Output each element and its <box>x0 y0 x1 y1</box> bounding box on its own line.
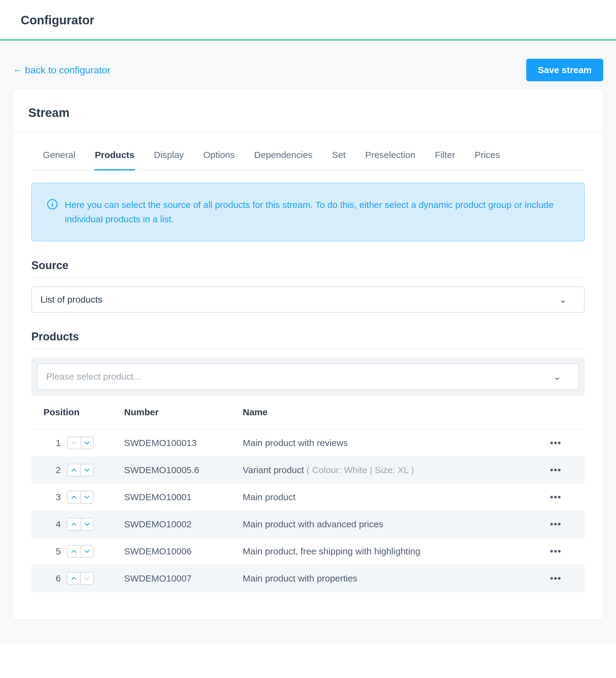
tab-products[interactable]: Products <box>94 150 135 171</box>
chevron-down-icon <box>554 374 560 380</box>
spacer-cell <box>502 565 533 592</box>
stream-card: Stream GeneralProductsDisplayOptionsDepe… <box>13 88 603 620</box>
tab-set[interactable]: Set <box>331 150 346 171</box>
move-up-button[interactable] <box>68 573 80 584</box>
move-down-button <box>80 573 93 584</box>
row-menu-button[interactable]: ••• <box>549 518 563 531</box>
table-row: 1SWDEMO100013Main product with reviews••… <box>31 429 585 457</box>
product-picker-placeholder: Please select product... <box>46 371 141 382</box>
move-down-button[interactable] <box>80 437 93 449</box>
number-cell: SWDEMO10005.6 <box>118 457 237 484</box>
sort-buttons <box>67 518 94 531</box>
row-menu-button[interactable]: ••• <box>549 490 563 504</box>
move-down-button[interactable] <box>80 464 93 476</box>
source-heading: Source <box>31 259 585 278</box>
page-title: Configurator <box>21 13 595 27</box>
spacer-cell <box>502 511 533 538</box>
row-menu-button[interactable]: ••• <box>549 572 563 585</box>
info-text: Here you can select the source of all pr… <box>65 198 569 226</box>
table-row: 5SWDEMO10006Main product, free shipping … <box>31 538 585 565</box>
table-row: 4SWDEMO10002Main product with advanced p… <box>31 511 585 538</box>
col-header-spacer <box>502 396 533 429</box>
move-up-button[interactable] <box>68 464 80 476</box>
name-cell: Main product with reviews <box>237 429 502 457</box>
col-header-name: Name <box>237 396 502 429</box>
number-cell: SWDEMO10001 <box>118 484 237 511</box>
back-to-configurator-link[interactable]: ← back to configurator <box>13 65 111 76</box>
number-cell: SWDEMO10006 <box>118 538 237 565</box>
info-icon: i <box>47 199 57 210</box>
tabs: GeneralProductsDisplayOptionsDependencie… <box>31 132 585 171</box>
position-value: 3 <box>54 492 61 502</box>
name-cell: Main product, free shipping with highlig… <box>237 538 502 565</box>
spacer-cell <box>502 484 533 511</box>
number-cell: SWDEMO10007 <box>118 565 237 592</box>
number-cell: SWDEMO10002 <box>118 511 237 538</box>
col-header-number: Number <box>118 396 237 429</box>
position-value: 4 <box>54 519 61 529</box>
chevron-down-icon <box>560 297 566 303</box>
spacer-cell <box>502 538 533 565</box>
tab-preselection[interactable]: Preselection <box>364 150 416 171</box>
row-menu-button[interactable]: ••• <box>549 436 563 450</box>
position-value: 2 <box>54 465 61 475</box>
sort-buttons <box>67 572 94 585</box>
spacer-cell <box>502 457 533 484</box>
tab-prices[interactable]: Prices <box>474 150 500 171</box>
move-up-button <box>68 437 80 449</box>
card-title: Stream <box>28 106 588 120</box>
position-value: 1 <box>54 438 61 448</box>
number-cell: SWDEMO100013 <box>118 429 237 457</box>
name-cell: Main product <box>237 484 502 511</box>
move-down-button[interactable] <box>80 519 93 530</box>
save-stream-button[interactable]: Save stream <box>526 59 603 81</box>
position-value: 6 <box>54 573 61 583</box>
move-down-button[interactable] <box>80 545 93 557</box>
name-cell: Main product with properties <box>237 565 502 592</box>
source-select-value: List of products <box>40 294 102 305</box>
spacer-cell <box>502 429 533 457</box>
sort-buttons <box>67 491 94 503</box>
back-link-label: back to configurator <box>25 65 111 76</box>
tab-options[interactable]: Options <box>203 150 235 171</box>
move-down-button[interactable] <box>80 491 93 503</box>
sort-buttons <box>67 464 94 477</box>
name-cell: Variant product ( Colour: White | Size: … <box>237 457 502 484</box>
sort-buttons <box>67 437 94 449</box>
table-row: 2SWDEMO10005.6Variant product ( Colour: … <box>31 457 585 484</box>
tab-display[interactable]: Display <box>153 150 184 171</box>
col-header-position: Position <box>31 396 118 429</box>
row-menu-button[interactable]: ••• <box>549 463 563 477</box>
products-table: Position Number Name 1SWDEMO100013Main p… <box>31 396 585 592</box>
row-menu-button[interactable]: ••• <box>549 544 563 558</box>
products-heading: Products <box>31 330 585 349</box>
move-up-button[interactable] <box>68 519 80 530</box>
table-row: 6SWDEMO10007Main product with properties… <box>31 565 585 592</box>
name-cell: Main product with advanced prices <box>237 511 502 538</box>
position-value: 5 <box>54 546 61 557</box>
source-select[interactable]: List of products <box>31 287 585 313</box>
info-banner: i Here you can select the source of all … <box>31 183 585 241</box>
table-row: 3SWDEMO10001Main product••• <box>31 484 585 511</box>
tab-general[interactable]: General <box>42 150 76 171</box>
col-header-actions <box>533 396 585 429</box>
sort-buttons <box>67 545 94 558</box>
product-picker-select[interactable]: Please select product... <box>37 364 579 390</box>
tab-filter[interactable]: Filter <box>434 150 456 171</box>
arrow-left-icon: ← <box>13 65 23 76</box>
move-up-button[interactable] <box>68 491 80 503</box>
tab-dependencies[interactable]: Dependencies <box>254 150 313 171</box>
move-up-button[interactable] <box>68 545 80 557</box>
